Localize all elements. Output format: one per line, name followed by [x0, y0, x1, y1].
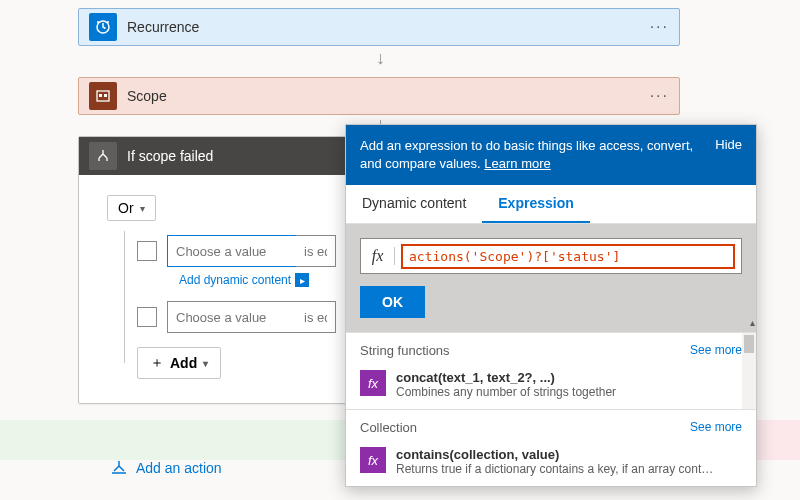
- value-input[interactable]: [167, 235, 297, 267]
- condition-icon: [89, 142, 117, 170]
- function-icon: fx: [360, 447, 386, 473]
- section-title: String functions: [360, 343, 450, 358]
- ok-button[interactable]: OK: [360, 286, 425, 318]
- chevron-down-icon: ▾: [140, 203, 145, 214]
- function-icon: fx: [360, 370, 386, 396]
- function-item-concat[interactable]: fx concat(text_1, text_2?, ...) Combines…: [346, 364, 756, 409]
- more-icon[interactable]: ···: [650, 87, 669, 105]
- step-recurrence[interactable]: Recurrence ···: [78, 8, 680, 46]
- see-more-link[interactable]: See more: [690, 343, 742, 358]
- svg-rect-4: [99, 94, 102, 97]
- scope-icon: [89, 82, 117, 110]
- operator-input[interactable]: [296, 301, 336, 333]
- svg-point-2: [107, 21, 109, 23]
- popover-header: Add an expression to do basic things lik…: [346, 125, 756, 185]
- chevron-down-icon: ▾: [203, 358, 208, 369]
- function-section-collection: Collection See more fx contains(collecti…: [346, 409, 756, 486]
- plus-icon: ＋: [150, 354, 164, 372]
- more-icon[interactable]: ···: [650, 18, 669, 36]
- row-checkbox[interactable]: [137, 241, 157, 261]
- expression-input[interactable]: [401, 244, 735, 269]
- group-operator-dropdown[interactable]: Or ▾: [107, 195, 156, 221]
- value-input[interactable]: [167, 301, 297, 333]
- step-title: Scope: [127, 88, 650, 104]
- row-checkbox[interactable]: [137, 307, 157, 327]
- group-operator-label: Or: [118, 200, 134, 216]
- function-signature: concat(text_1, text_2?, ...): [396, 370, 616, 385]
- arrow-down-icon: ↓: [376, 48, 385, 69]
- step-title: Recurrence: [127, 19, 650, 35]
- see-more-link[interactable]: See more: [690, 420, 742, 435]
- step-scope[interactable]: Scope ···: [78, 77, 680, 115]
- popover-tabs: Dynamic content Expression: [346, 185, 756, 224]
- clock-icon: [89, 13, 117, 41]
- tab-dynamic-content[interactable]: Dynamic content: [346, 185, 482, 223]
- function-item-contains[interactable]: fx contains(collection, value) Returns t…: [346, 441, 756, 486]
- tree-line: [124, 231, 125, 363]
- function-description: Returns true if a dictionary contains a …: [396, 462, 713, 476]
- add-action-icon: [110, 459, 128, 477]
- function-section-string: ▴ String functions See more fx concat(te…: [346, 332, 756, 409]
- tab-expression[interactable]: Expression: [482, 185, 589, 223]
- scroll-up-icon[interactable]: ▴: [750, 317, 755, 328]
- fx-icon: fx: [361, 247, 395, 265]
- svg-point-1: [97, 21, 99, 23]
- expression-popover: Add an expression to do basic things lik…: [345, 124, 757, 487]
- add-action-button[interactable]: Add an action: [110, 459, 222, 477]
- function-description: Combines any number of strings together: [396, 385, 616, 399]
- learn-more-link[interactable]: Learn more: [484, 156, 550, 171]
- operator-input[interactable]: [296, 235, 336, 267]
- svg-rect-3: [97, 91, 109, 101]
- section-title: Collection: [360, 420, 417, 435]
- function-signature: contains(collection, value): [396, 447, 713, 462]
- expression-editor-area: fx OK: [346, 224, 756, 332]
- scrollbar[interactable]: [742, 333, 756, 409]
- add-condition-button[interactable]: ＋ Add ▾: [137, 347, 221, 379]
- dynamic-content-badge-icon: ▸: [295, 273, 309, 287]
- hide-button[interactable]: Hide: [715, 137, 742, 152]
- svg-rect-5: [104, 94, 107, 97]
